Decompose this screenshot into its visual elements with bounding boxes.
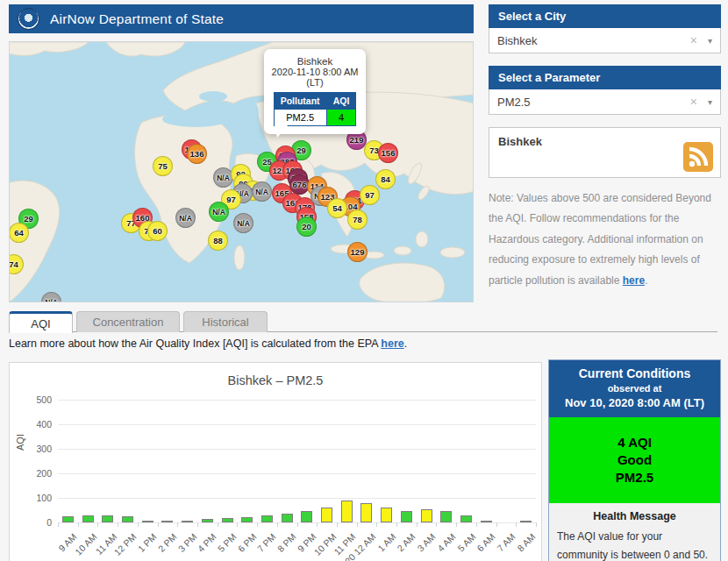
chart-x-tick: [257, 522, 258, 527]
chart-x-tick: [317, 522, 318, 527]
chart-x-axis-label: 1 PM: [136, 531, 159, 554]
map-marker[interactable]: 84: [375, 169, 396, 189]
map-marker[interactable]: 78: [347, 209, 368, 230]
chart-x-tick: [177, 522, 178, 527]
parameter-select[interactable]: PM2.5 × ▾: [489, 89, 721, 115]
city-clear-icon[interactable]: ×: [684, 33, 703, 47]
map-marker[interactable]: N/A: [175, 208, 196, 228]
chart-gridline: [58, 449, 536, 450]
chart-x-tick: [436, 522, 437, 527]
epa-here-link[interactable]: here: [381, 337, 403, 350]
chart-x-tick: [197, 522, 198, 527]
chart-bar: [301, 511, 312, 522]
learn-more-body: Learn more about how the Air Quality Ind…: [9, 337, 381, 350]
chart-bar: [381, 508, 392, 522]
chart-plot-area: 01002003004005009 AM10 AM11 AM12 PM1 PM2…: [58, 400, 536, 522]
map-marker[interactable]: 75: [153, 156, 173, 176]
tab-concentration[interactable]: Concentration: [76, 311, 180, 332]
city-feed-box[interactable]: Bishkek: [489, 127, 721, 178]
parameter-caret-down-icon[interactable]: ▾: [703, 97, 712, 107]
aqi-chart-panel: Bishkek – PM2.5 AQI 01002003004005009 AM…: [9, 362, 542, 561]
chart-x-axis-label: 4 AM: [435, 531, 457, 553]
chart-x-axis-label: 5 PM: [216, 531, 239, 554]
popup-city: Bishkek: [269, 56, 360, 67]
popup-datetime: 2020-11-10 8:00 AM: [269, 67, 360, 77]
map-marker[interactable]: N/A: [233, 213, 253, 233]
rss-feed-icon[interactable]: [683, 142, 713, 172]
chart-y-tick-label: 400: [25, 419, 52, 430]
chart-bar: [202, 519, 213, 522]
learn-more-suffix: .: [404, 337, 407, 350]
chart-x-axis-label: 8 PM: [275, 531, 298, 554]
chart-bar: [102, 515, 113, 522]
tab-historical[interactable]: Historical: [183, 311, 268, 332]
map-marker[interactable]: 54: [327, 198, 347, 218]
cc-health-text: The AQI value for your community is betw…: [557, 528, 712, 561]
city-select[interactable]: Bishkek × ▾: [489, 28, 721, 53]
chart-y-axis-label: AQI: [15, 434, 25, 451]
chart-bar: [62, 516, 74, 522]
chart-x-tick: [78, 522, 79, 527]
popup-pollutant-value: PM2.5: [274, 110, 326, 126]
map-marker[interactable]: N/A: [252, 181, 272, 202]
chart-y-tick-label: 300: [25, 444, 52, 454]
cc-observed-at: observed at: [553, 383, 717, 394]
chart-gridline: [58, 424, 536, 425]
chart-x-tick: [476, 522, 477, 527]
note-here-link[interactable]: here: [623, 274, 645, 287]
chart-bar: [161, 521, 173, 522]
world-aqi-map[interactable]: 15913675N/A929977N/AN/A97N/AN/A887716071…: [9, 41, 474, 302]
city-caret-down-icon[interactable]: ▾: [703, 36, 712, 46]
map-marker[interactable]: 156: [378, 143, 398, 163]
dept-of-state-seal-icon: [18, 8, 39, 30]
popup-col-aqi: AQI: [326, 93, 356, 110]
chart-bar: [182, 521, 193, 522]
chart-x-axis-label: 10 PM: [311, 531, 338, 557]
chart-x-axis-label: 2 PM: [156, 531, 179, 554]
tab-aqi[interactable]: AQI: [9, 311, 73, 333]
chart-bar: [321, 508, 332, 522]
cc-health-message: Health Message The AQI value for your co…: [549, 503, 720, 561]
map-popup: Bishkek 2020-11-10 8:00 AM (LT) Pollutan…: [264, 49, 366, 134]
chart-y-tick-label: 500: [25, 394, 52, 405]
chart-title: Bishkek – PM2.5: [10, 373, 541, 387]
chart-x-axis-label: 7 PM: [255, 531, 278, 554]
chart-x-tick: [496, 522, 497, 527]
chart-y-tick-label: 0: [25, 517, 52, 528]
cc-aqi-block: 4 AQI Good PM2.5: [549, 417, 720, 503]
chart-gridline: [58, 473, 536, 474]
chart-bar: [341, 501, 353, 522]
map-marker[interactable]: 88: [208, 231, 228, 251]
note-body: Note: Values above 500 are considered Be…: [489, 192, 711, 287]
chart-x-tick: [97, 522, 98, 527]
chart-bar: [440, 511, 452, 522]
map-marker[interactable]: 64: [9, 223, 29, 243]
select-city-header: Select a City: [489, 4, 721, 28]
cc-aqi-value: 4 AQI: [553, 435, 717, 450]
popup-table: Pollutant AQI PM2.5 4: [274, 92, 357, 126]
parameter-clear-icon[interactable]: ×: [684, 95, 703, 109]
chart-x-tick: [417, 522, 418, 527]
beyond-aqi-note: Note: Values above 500 are considered Be…: [489, 188, 718, 291]
map-marker[interactable]: 136: [187, 144, 207, 164]
cc-aqi-category: Good: [553, 452, 717, 467]
chart-bar: [282, 514, 293, 522]
cc-health-title: Health Message: [557, 510, 712, 522]
current-conditions-panel: Current Conditions observed at Nov 10, 2…: [548, 359, 721, 561]
chart-tabs: AQI Concentration Historical: [9, 311, 717, 332]
chart-x-axis-label: 3 PM: [175, 531, 198, 554]
chart-x-tick: [237, 522, 238, 527]
app-title: AirNow Department of State: [50, 11, 224, 27]
map-marker[interactable]: N/A: [209, 202, 229, 222]
popup-aqi-value: 4: [326, 110, 356, 126]
map-marker[interactable]: 20: [296, 217, 317, 237]
map-marker[interactable]: 129: [347, 242, 368, 262]
map-marker[interactable]: 97: [360, 185, 380, 205]
parameter-select-value: PM2.5: [497, 96, 684, 109]
popup-col-pollutant: Pollutant: [274, 93, 326, 110]
chart-x-axis-label: 5 AM: [455, 531, 477, 553]
chart-x-tick: [376, 522, 377, 527]
chart-x-axis-label: 7 AM: [495, 531, 517, 553]
map-marker[interactable]: 60: [147, 221, 168, 241]
city-select-value: Bishkek: [497, 34, 684, 47]
